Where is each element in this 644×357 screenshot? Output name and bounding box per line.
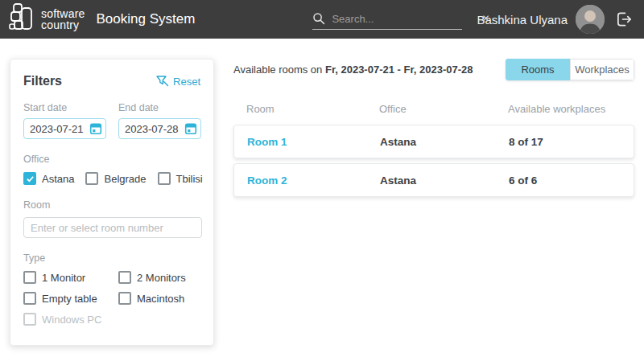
column-header-room: Room	[246, 103, 379, 115]
page-title: Booking System	[97, 11, 196, 27]
start-date-label: Start date	[23, 102, 106, 113]
checkbox-astana[interactable]: Astana	[23, 172, 74, 185]
calendar-icon[interactable]	[184, 122, 197, 138]
type-options: 1 Monitor 2 Monitors Empty table Macinto…	[23, 271, 200, 326]
results-area: Available rooms on Fr, 2023-07-21 - Fr, …	[233, 59, 634, 197]
clear-search-icon[interactable]: ✕	[480, 13, 491, 24]
checkbox[interactable]	[23, 172, 36, 185]
table-row: Room 1 Astana 8 of 17	[233, 125, 634, 158]
end-date-label: End date	[118, 102, 201, 113]
checkbox[interactable]	[158, 172, 171, 185]
room-number-input[interactable]	[23, 217, 202, 238]
search-bar: ✕	[312, 12, 462, 30]
user-avatar[interactable]	[576, 5, 605, 34]
checkbox[interactable]	[23, 292, 36, 305]
checkbox-belgrade[interactable]: Belgrade	[85, 172, 146, 185]
available-cell: 6 of 6	[509, 174, 634, 187]
checkbox-2-monitors[interactable]: 2 Monitors	[118, 271, 202, 284]
checkbox-1-monitor[interactable]: 1 Monitor	[23, 271, 118, 284]
checkbox[interactable]	[118, 271, 131, 284]
filter-clear-icon	[155, 75, 169, 88]
reset-filters-button[interactable]: Reset	[155, 75, 200, 88]
office-cell: Astana	[380, 136, 509, 148]
type-label: Type	[23, 252, 200, 264]
checkbox-tbilisi[interactable]: Tbilisi	[158, 172, 203, 185]
logout-icon[interactable]	[616, 11, 633, 27]
table-header: Room Office Available workplaces	[233, 103, 634, 115]
date-range: Fr, 2023-07-21 - Fr, 2023-07-28	[325, 64, 473, 76]
column-header-office: Office	[379, 103, 508, 115]
available-rooms-subtitle: Available rooms on Fr, 2023-07-21 - Fr, …	[233, 64, 473, 76]
office-cell: Astana	[380, 174, 509, 187]
column-header-available: Available workplaces	[508, 103, 634, 115]
checkbox-empty-table[interactable]: Empty table	[23, 292, 118, 305]
filters-panel: Filters Reset Start date	[10, 59, 214, 346]
room-label: Room	[23, 199, 200, 211]
company-logo-icon	[8, 2, 37, 36]
app-header: software country Booking System ✕ Bashki…	[0, 0, 644, 39]
checkbox[interactable]	[23, 271, 36, 284]
room-link[interactable]: Room 2	[247, 174, 380, 187]
checkbox[interactable]	[85, 172, 98, 185]
tab-rooms[interactable]: Rooms	[506, 59, 570, 80]
office-options: Astana Belgrade Tbilisi	[23, 172, 200, 185]
company-logo: software country	[8, 2, 85, 36]
company-logo-text: software country	[41, 8, 85, 31]
available-cell: 8 of 17	[509, 136, 634, 148]
tab-workplaces[interactable]: Workplaces	[570, 59, 634, 80]
search-input[interactable]	[332, 13, 473, 25]
checkbox	[23, 313, 36, 326]
calendar-icon[interactable]	[89, 122, 102, 138]
room-link[interactable]: Room 1	[247, 136, 380, 148]
search-icon	[312, 12, 325, 25]
office-label: Office	[23, 154, 200, 165]
checkbox[interactable]	[118, 292, 131, 305]
checkbox-windows-pc: Windows PC	[23, 313, 118, 326]
filters-title: Filters	[23, 74, 62, 88]
table-row: Room 2 Astana 6 of 6	[233, 163, 634, 197]
view-toggle: Rooms Workplaces	[506, 59, 634, 80]
checkbox-macintosh[interactable]: Macintosh	[118, 292, 202, 305]
